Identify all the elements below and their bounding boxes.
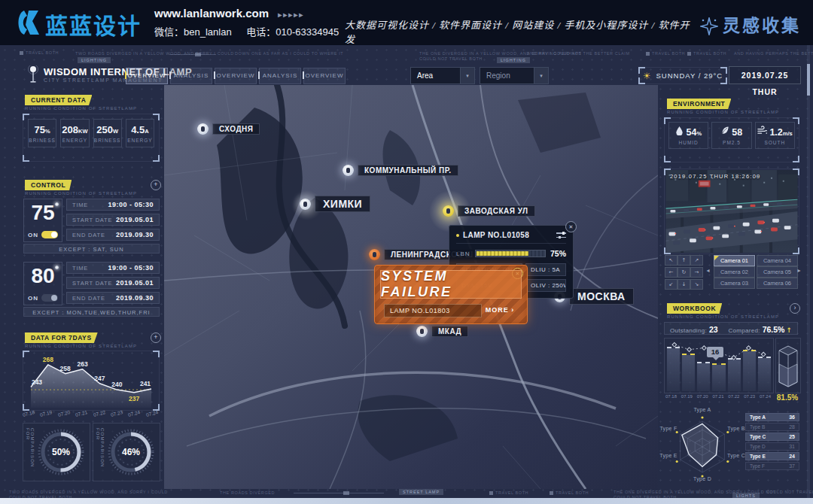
pan-up-button[interactable]: ↑ bbox=[678, 255, 690, 266]
type-row[interactable]: Type B28 bbox=[745, 423, 799, 431]
lamp-pin-icon[interactable] bbox=[343, 165, 354, 176]
camera-03-button[interactable]: Camera 03 bbox=[714, 278, 755, 289]
radar-vertex-dot bbox=[701, 416, 703, 418]
close-icon[interactable]: ✕ bbox=[565, 221, 577, 232]
map-marker-khimki[interactable]: ХИМКИ bbox=[300, 196, 370, 212]
week-point-value: 240 bbox=[111, 381, 122, 388]
radar-axis-label: Type F bbox=[659, 426, 677, 431]
deco-text: THE ROADS DIVERGED bbox=[220, 490, 275, 495]
tab-overview-3[interactable]: OVERVIEW bbox=[303, 68, 346, 84]
end-date-row[interactable]: END DATE2019.09.30 bbox=[66, 229, 160, 241]
up-arrow-icon: ↑ bbox=[786, 326, 792, 334]
website-line: www.lanlanwork.com ▸▸▸▸▸ bbox=[154, 7, 304, 20]
vertical-scrollbar[interactable] bbox=[807, 45, 810, 504]
more-button[interactable]: MORE › bbox=[482, 304, 518, 316]
chevron-down-icon[interactable]: ▾ bbox=[460, 68, 474, 83]
lamp-pin-icon[interactable] bbox=[416, 326, 428, 337]
camera-05-button[interactable]: Camera 05 bbox=[757, 266, 798, 278]
contact-line: 微信：ben_lanlan 电话：010-63334945 bbox=[154, 24, 351, 38]
week-point-value: 241 bbox=[140, 380, 151, 387]
map-label: КОММУНАЛЬНЫЙ ПР. bbox=[358, 165, 458, 176]
deco-text: COULD NOT TRAVEL BOTH bbox=[419, 56, 483, 61]
workbook-next-button[interactable]: › bbox=[790, 303, 800, 314]
lamp-pin-alert-icon[interactable] bbox=[369, 249, 380, 260]
brightness-slider[interactable] bbox=[475, 250, 546, 257]
bottom-light-bar bbox=[0, 498, 813, 504]
deco-slider[interactable] bbox=[169, 54, 216, 55]
leaf-icon bbox=[721, 126, 729, 135]
type-row[interactable]: Type D31 bbox=[745, 442, 799, 451]
deco-text: COULD NOT TRAVEL BOTH bbox=[766, 490, 813, 494]
pan-up-left-button[interactable]: ↖ bbox=[665, 255, 678, 266]
refresh-button[interactable]: ↻ bbox=[678, 267, 690, 278]
pan-left-button[interactable]: ← bbox=[665, 267, 678, 278]
deco-slider[interactable] bbox=[294, 493, 384, 493]
deco-checkbox: TRAVEL BOTH bbox=[489, 490, 528, 495]
add-control-button[interactable]: + bbox=[151, 180, 161, 190]
section-subtitle: RUNNING CONDITION OF STREETLAMP bbox=[25, 106, 137, 111]
comparison-gauge-card: COMPARISON FOR 50% bbox=[23, 423, 90, 481]
lamp-pin-icon[interactable] bbox=[300, 199, 311, 210]
tab-analysis-1[interactable]: ANALYSIS bbox=[170, 68, 212, 84]
metric-card-energy: 208KW ENERGY bbox=[60, 119, 89, 147]
camera-feed-panel[interactable]: 2019.07.25 THUR 18:26:09 bbox=[664, 169, 799, 254]
city-map[interactable]: СХОДНЯ КОММУНАЛЬНЫЙ ПР. ХИМКИ ЗАВОДСКАЯ … bbox=[164, 85, 658, 489]
time-setting-row[interactable]: TIME19:00 - 05:30 bbox=[66, 199, 160, 211]
wind-card: 1.2m/s SOUTH bbox=[755, 122, 795, 149]
pan-up-right-button[interactable]: ↗ bbox=[690, 255, 703, 266]
type-row[interactable]: Type E24 bbox=[745, 452, 799, 460]
map-marker-mkad[interactable]: МКАД bbox=[416, 326, 468, 337]
completion-value: 81.5% bbox=[772, 393, 802, 402]
region-select[interactable]: Region ▾ bbox=[480, 67, 549, 84]
weather-widget: ☀ SUNNDAY / 29°C bbox=[638, 67, 727, 84]
wechat-contact: 微信：ben_lanlan bbox=[154, 26, 232, 38]
lamp-pin-yellow-icon[interactable] bbox=[443, 205, 454, 217]
type-row[interactable]: Type F37 bbox=[745, 462, 799, 470]
area-select[interactable]: Area ▾ bbox=[410, 67, 475, 84]
start-date-row[interactable]: START DATE2019.05.01 bbox=[66, 214, 160, 226]
scrollbar-thumb[interactable] bbox=[807, 64, 810, 96]
section-subtitle: RUNNING CONDITION OF STREETLAMP bbox=[25, 191, 137, 196]
trend-marker bbox=[732, 356, 736, 360]
lamp-dot-icon bbox=[55, 266, 59, 269]
failure-title: SYSTEM FAILURE bbox=[381, 269, 521, 300]
bar-tooltip: 16 bbox=[707, 347, 723, 357]
pan-down-button[interactable]: ↓ bbox=[678, 279, 690, 290]
expand-chart-button[interactable]: + bbox=[151, 332, 161, 343]
pan-right-button[interactable]: → bbox=[690, 267, 703, 278]
week-point-value: 268 bbox=[43, 356, 53, 363]
radar-vertex-dot bbox=[676, 431, 678, 433]
power-toggle[interactable] bbox=[41, 231, 58, 238]
pan-down-left-button[interactable]: ↙ bbox=[665, 279, 678, 290]
camera-02-button[interactable]: Camera 02 bbox=[714, 266, 755, 278]
gauge-value: 50% bbox=[37, 428, 85, 476]
camera-06-button[interactable]: Camera 06 bbox=[757, 278, 798, 289]
tab-overview-2[interactable]: OVERVIEW bbox=[215, 68, 257, 84]
radar-axis-label: Type E bbox=[659, 453, 678, 458]
date-display[interactable]: 2019.07.25 THUR bbox=[729, 66, 801, 84]
start-date-row[interactable]: START DATE2019.05.01 bbox=[66, 277, 160, 289]
time-setting-row[interactable]: TIME19:00 - 05:30 bbox=[66, 262, 160, 274]
metric-card-watt: 250W BRINESS bbox=[93, 119, 122, 147]
camera-04-button[interactable]: Camera 04 bbox=[757, 255, 798, 266]
camera-01-button[interactable]: Camera 01 bbox=[714, 255, 755, 266]
camera-prev-button[interactable]: ◂ bbox=[705, 255, 711, 285]
tab-analysis-2[interactable]: ANALYSIS bbox=[259, 68, 301, 84]
pan-down-right-button[interactable]: ↘ bbox=[690, 279, 703, 290]
map-marker-kommunalny[interactable]: КОММУНАЛЬНЫЙ ПР. bbox=[343, 165, 458, 176]
chevron-down-icon[interactable]: ▾ bbox=[534, 68, 548, 83]
type-row[interactable]: Type C25 bbox=[745, 433, 799, 441]
map-marker-zavodskaya[interactable]: ЗАВОДСКАЯ УЛ bbox=[443, 205, 535, 217]
end-date-row[interactable]: END DATE2019.09.30 bbox=[66, 292, 160, 304]
map-marker-shodnya[interactable]: СХОДНЯ bbox=[197, 123, 260, 135]
radar-vertex-dot bbox=[726, 460, 729, 463]
lamp-pin-icon[interactable] bbox=[197, 123, 209, 135]
camera-next-button[interactable]: ▸ bbox=[796, 255, 802, 285]
type-row[interactable]: Type A36 bbox=[745, 413, 799, 421]
tab-overview-1[interactable]: OVERVIEW bbox=[126, 68, 168, 84]
lanlan-logo-icon bbox=[14, 10, 41, 35]
workbook-x-label: 07.20 bbox=[697, 394, 708, 399]
website-url[interactable]: www.lanlanwork.com bbox=[154, 7, 269, 20]
power-toggle[interactable] bbox=[41, 294, 58, 302]
filter-sliders-icon[interactable] bbox=[556, 232, 566, 238]
